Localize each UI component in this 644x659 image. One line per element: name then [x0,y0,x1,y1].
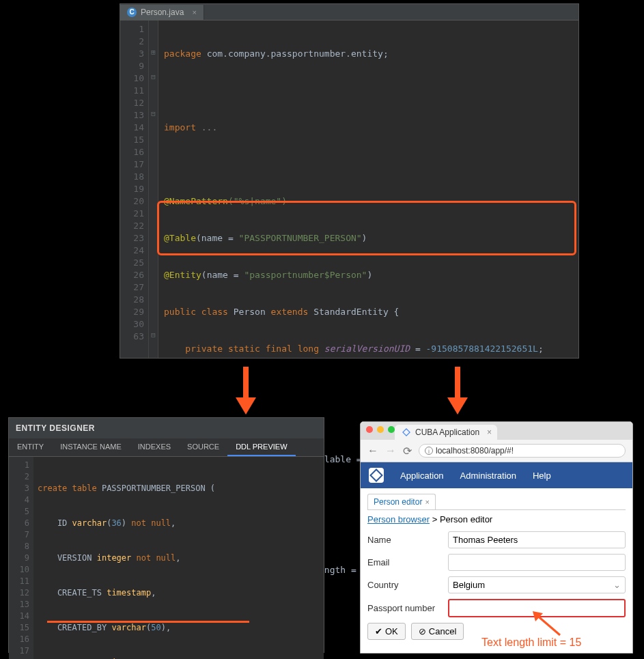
designer-title: ENTITY DESIGNER [9,418,324,438]
ok-button[interactable]: ✔OK [367,623,406,640]
reload-icon[interactable]: ⟳ [403,445,412,458]
svg-line-4 [536,615,560,635]
breadcrumb-current: Person editor [440,514,492,524]
menu-administration[interactable]: Administration [460,471,516,481]
code-area[interactable]: 1239101112131415161718192021222324252627… [120,20,578,358]
breadcrumb-link[interactable]: Person browser [367,514,430,524]
arrow-right-icon [437,363,478,418]
inner-tab[interactable]: Person editor × [367,494,436,509]
code-editor-panel: C Person.java × 123910111213141516171819… [120,3,579,359]
label-email: Email [367,557,448,567]
designer-tab-entity[interactable]: ENTITY [9,438,52,456]
email-field[interactable] [448,554,626,571]
entity-designer-panel: ENTITY DESIGNER ENTITYINSTANCE NAMEINDEX… [8,417,324,653]
url-bar: ← → ⟳ i localhost:8080/app/#! [361,440,632,462]
designer-tab-source[interactable]: SOURCE [179,438,227,456]
url-text: localhost:8080/app/#! [436,446,514,455]
file-tab[interactable]: C Person.java × [120,5,204,20]
label-passport: Passport number [367,603,448,613]
close-tab-icon[interactable]: × [487,427,492,437]
cuba-favicon [402,428,410,436]
designer-tab-instance-name[interactable]: INSTANCE NAME [52,438,130,456]
editor-tab-bar: C Person.java × [120,4,578,20]
browser-tab[interactable]: CUBA Application × [395,425,497,440]
svg-marker-1 [236,397,256,415]
cancel-icon: ⊘ [419,626,426,636]
designer-tabs: ENTITYINSTANCE NAMEINDEXESSOURCEDDL PREV… [9,438,324,457]
chevron-down-icon: ⌄ [613,580,621,590]
label-name: Name [367,535,448,545]
svg-marker-3 [447,397,468,415]
app-logo-icon[interactable] [369,468,384,483]
arrow-left-icon [225,363,266,418]
back-icon[interactable]: ← [367,445,378,457]
fold-column: ⊞⊟⊟⊟ [149,20,158,358]
close-tab-icon[interactable]: × [192,8,196,16]
cancel-button[interactable]: ⊘Cancel [411,623,464,640]
country-select[interactable]: Belgium ⌄ [448,576,626,593]
menu-help[interactable]: Help [533,471,551,481]
ddl-area[interactable]: 1234567891011121314151617 create table P… [9,457,324,659]
line-number-gutter: 1239101112131415161718192021222324252627… [120,20,149,358]
designer-tab-ddl-preview[interactable]: DDL PREVIEW [227,438,295,456]
browser-tab-title: CUBA Application [415,427,479,437]
file-tab-label: Person.java [141,8,184,17]
ddl-code[interactable]: create table PASSPORTNUMBER_PERSON ( ID … [33,457,324,659]
close-inner-tab-icon[interactable]: × [425,498,429,506]
forward-icon[interactable]: → [385,445,396,457]
code-text[interactable]: package com.company.passportnumber.entit… [158,20,578,358]
browser-window: CUBA Application × ← → ⟳ i localhost:808… [360,421,633,654]
app-body: Person editor × Person browser > Person … [361,488,632,645]
check-icon: ✔ [375,626,382,636]
inner-tab-label: Person editor [374,497,422,507]
app-header: Application Administration Help [361,462,632,488]
close-window-icon[interactable] [366,426,373,433]
designer-tab-indexes[interactable]: INDEXES [130,438,179,456]
ddl-gutter: 1234567891011121314151617 [9,457,33,659]
maximize-window-icon[interactable] [388,426,395,433]
highlight-underline [47,621,249,623]
menu-application[interactable]: Application [400,471,444,481]
name-field[interactable] [448,531,626,548]
class-icon: C [127,8,137,17]
url-field[interactable]: i localhost:8080/app/#! [419,444,626,458]
country-value: Belgium [453,580,485,590]
minimize-window-icon[interactable] [377,426,384,433]
breadcrumb: Person browser > Person editor [367,509,626,531]
site-info-icon[interactable]: i [425,447,433,455]
label-country: Country [367,580,448,590]
annotation-text: Text length limit = 15 [481,636,581,649]
